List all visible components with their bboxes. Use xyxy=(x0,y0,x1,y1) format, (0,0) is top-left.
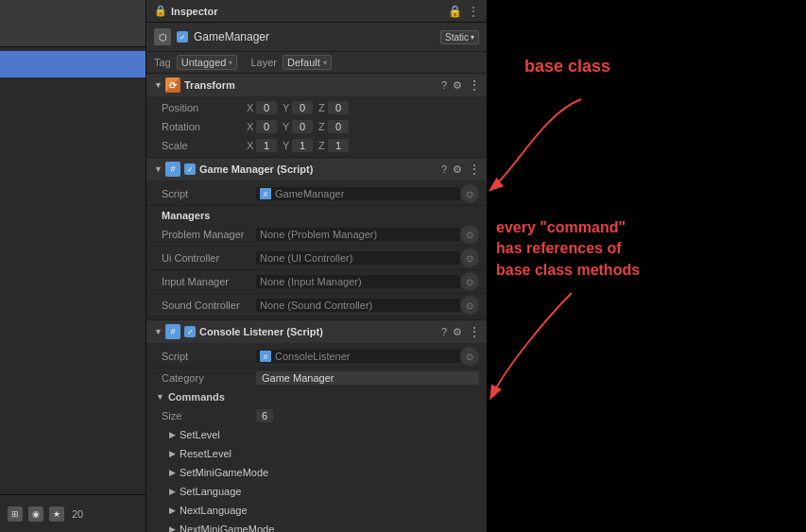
command-item-resetlevel[interactable]: ▶ ResetLevel xyxy=(146,444,487,463)
category-value: Game Manager xyxy=(256,371,479,385)
gameobject-active-checkbox[interactable]: ✓ xyxy=(177,31,188,43)
console-listener-settings-icon[interactable]: ⚙ xyxy=(453,326,462,338)
console-listener-active-checkbox[interactable]: ✓ xyxy=(184,326,196,337)
cl-script-row: Script # ConsoleListener ⊙ xyxy=(146,345,487,369)
inspector-more-icon[interactable]: ⋮ xyxy=(468,5,479,18)
game-manager-script-header[interactable]: ▼ # ✓ Game Manager (Script) ? ⚙ ⋮ xyxy=(146,158,487,180)
lock-icon: 🔒 xyxy=(154,5,167,17)
layer-arrow-icon: ▾ xyxy=(323,59,327,67)
cl-script-label: Script xyxy=(162,351,256,362)
console-listener-help-icon[interactable]: ? xyxy=(441,326,447,337)
rotation-row: Rotation X 0 Y 0 Z 0 xyxy=(146,117,487,136)
sound-controller-value: None (Sound Controller) xyxy=(256,299,460,312)
console-listener-fields: Script # ConsoleListener ⊙ Category Game… xyxy=(146,343,487,532)
rotation-label: Rotation xyxy=(162,121,247,132)
command-item-nextlanguage[interactable]: ▶ NextLanguage xyxy=(146,501,487,520)
sidebar-footer: ⊞ ◉ ★ 20 xyxy=(0,494,146,532)
inspector-header: 🔒 Inspector 🔒 ⋮ xyxy=(146,0,487,23)
position-row: Position X 0 Y 0 Z 0 xyxy=(146,98,487,117)
sidebar-icon-3[interactable]: ★ xyxy=(49,506,64,522)
command-arrow-icon-6: ▶ xyxy=(169,524,176,532)
gameobject-icon: ⬡ xyxy=(154,28,171,45)
sound-controller-row: Sound Controller None (Sound Controller)… xyxy=(146,294,487,317)
commands-size-value[interactable]: 6 xyxy=(256,409,273,422)
position-y: Y 0 xyxy=(283,101,313,114)
problem-manager-target-icon[interactable]: ⊙ xyxy=(460,225,479,244)
console-listener-header[interactable]: ▼ # ✓ Console Listener (Script) ? ⚙ ⋮ xyxy=(146,320,487,343)
console-listener-name: Console Listener (Script) xyxy=(199,326,437,337)
cl-script-name: ConsoleListener xyxy=(275,351,351,362)
input-manager-target-icon[interactable]: ⊙ xyxy=(460,272,479,291)
layer-label: Layer xyxy=(250,57,277,68)
console-listener-script-icon: # xyxy=(165,324,180,339)
inspector-body: ⬡ ✓ GameManager Static ▾ Tag Untagged ▾ … xyxy=(146,23,487,532)
game-manager-active-checkbox[interactable]: ✓ xyxy=(184,163,196,175)
base-class-annotation: base class xyxy=(524,57,610,77)
transform-fields: Position X 0 Y 0 Z 0 xyxy=(146,96,487,157)
game-manager-help-icon[interactable]: ? xyxy=(441,163,447,175)
problem-manager-label: Problem Manager xyxy=(162,229,256,240)
game-manager-actions: ? ⚙ ⋮ xyxy=(441,162,479,177)
problem-manager-value: None (Problem Manager) xyxy=(256,228,460,241)
inspector-panel: 🔒 Inspector 🔒 ⋮ ⬡ ✓ GameManager Static ▾… xyxy=(146,0,487,532)
console-listener-actions: ? ⚙ ⋮ xyxy=(441,324,479,339)
ui-controller-target-icon[interactable]: ⊙ xyxy=(460,249,479,267)
rotation-y: Y 0 xyxy=(283,120,313,133)
command-item-nextminigamemode[interactable]: ▶ NextMiniGameMode xyxy=(146,520,487,532)
command-item-setminigamemode[interactable]: ▶ SetMiniGameMode xyxy=(146,463,487,482)
gm-script-ref-icon: # xyxy=(260,188,271,199)
command-label-setlanguage: SetLanguage xyxy=(180,486,241,497)
input-manager-label: Input Manager xyxy=(162,276,256,287)
game-manager-script-name: Game Manager (Script) xyxy=(199,163,437,175)
inspector-title: Inspector xyxy=(171,6,218,17)
sidebar-icon-2[interactable]: ◉ xyxy=(28,506,43,522)
sidebar-bottom xyxy=(0,77,146,494)
input-manager-text: None (Input Manager) xyxy=(260,276,362,287)
gm-script-target-icon[interactable]: ⊙ xyxy=(460,184,479,203)
managers-group-label: Managers xyxy=(146,206,487,223)
transform-header[interactable]: ▼ ⟳ Transform ? ⚙ ⋮ xyxy=(146,74,487,96)
command-arrow-icon-5: ▶ xyxy=(169,506,176,515)
transform-help-icon[interactable]: ? xyxy=(441,79,447,91)
tag-arrow-icon: ▾ xyxy=(229,59,232,67)
command-item-setlevel[interactable]: ▶ SetLevel xyxy=(146,425,487,444)
sidebar-top xyxy=(0,0,146,47)
command-label-setlevel: SetLevel xyxy=(180,429,220,440)
console-listener-more-icon[interactable]: ⋮ xyxy=(468,324,479,339)
ui-controller-value: None (UI Controller) xyxy=(256,251,460,265)
ui-controller-label: Ui Controller xyxy=(162,252,256,264)
tag-dropdown[interactable]: Untagged ▾ xyxy=(177,55,238,70)
static-button[interactable]: Static ▾ xyxy=(440,30,479,44)
commands-toggle-icon: ▼ xyxy=(156,392,164,402)
transform-more-icon[interactable]: ⋮ xyxy=(468,77,479,93)
position-values: X 0 Y 0 Z 0 xyxy=(247,101,479,114)
commands-size-row: Size 6 xyxy=(146,406,487,425)
console-listener-component: ▼ # ✓ Console Listener (Script) ? ⚙ ⋮ Sc… xyxy=(146,320,487,532)
sidebar-selected-item[interactable] xyxy=(0,51,146,77)
input-manager-row: Input Manager None (Input Manager) ⊙ xyxy=(146,270,487,294)
sidebar-icon-1[interactable]: ⊞ xyxy=(8,506,23,522)
sidebar-footer-count: 20 xyxy=(72,508,83,520)
sound-controller-label: Sound Controller xyxy=(162,300,256,311)
cl-script-target-icon[interactable]: ⊙ xyxy=(460,347,479,366)
transform-settings-icon[interactable]: ⚙ xyxy=(453,79,462,92)
scale-z: Z 1 xyxy=(318,139,349,152)
transform-icon: ⟳ xyxy=(165,77,180,93)
layer-dropdown[interactable]: Default ▾ xyxy=(283,55,332,70)
ui-controller-text: None (UI Controller) xyxy=(260,252,352,264)
sound-controller-target-icon[interactable]: ⊙ xyxy=(460,296,479,315)
commands-header[interactable]: ▼ Commands xyxy=(146,387,487,406)
rotation-values: X 0 Y 0 Z 0 xyxy=(247,120,479,133)
gameobject-name: GameManager xyxy=(194,30,435,43)
inspector-header-left: 🔒 Inspector xyxy=(154,5,218,17)
gm-script-row: Script # GameManager ⊙ xyxy=(146,182,487,206)
problem-manager-row: Problem Manager None (Problem Manager) ⊙ xyxy=(146,223,487,247)
command-item-setlanguage[interactable]: ▶ SetLanguage xyxy=(146,482,487,501)
inspector-lock-icon[interactable]: 🔒 xyxy=(448,5,462,18)
commands-label: Commands xyxy=(168,391,225,403)
gm-script-name: GameManager xyxy=(275,188,344,199)
game-manager-more-icon[interactable]: ⋮ xyxy=(468,162,479,177)
game-manager-collapse-icon: ▼ xyxy=(154,164,162,174)
game-manager-settings-icon[interactable]: ⚙ xyxy=(453,163,462,176)
category-row: Category Game Manager xyxy=(146,369,487,387)
